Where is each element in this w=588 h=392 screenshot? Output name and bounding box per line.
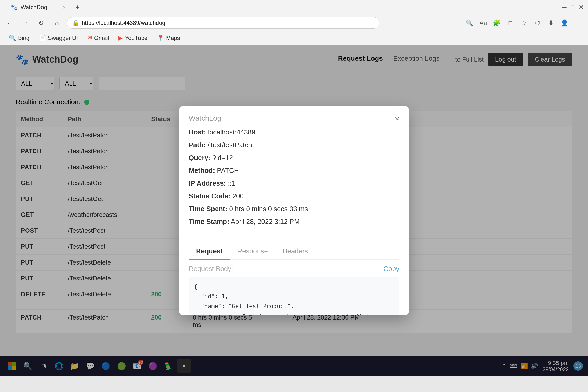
bookmark-maps[interactable]: 📍 Maps [153,33,184,43]
request-body-label: Request Body: [189,265,233,273]
bookmark-maps-label: Maps [166,35,180,41]
bookmark-gmail[interactable]: ✉ Gmail [84,33,113,43]
minimize-button[interactable]: ─ [562,4,566,11]
window-controls: ─ □ ✕ [562,4,584,11]
status-row: Status Code: 200 [189,192,399,200]
refresh-button[interactable]: ↻ [35,17,47,29]
ip-value: ::1 [228,179,235,187]
tab-headers[interactable]: Headers [275,243,315,260]
maximize-button[interactable]: □ [571,4,575,11]
address-bar[interactable]: 🔒 https://localhost:44389/watchdog [67,17,379,29]
modal-header: WatchLog × [179,106,409,128]
tab-request[interactable]: Request [189,243,230,260]
time-spent-label: Time Spent: [189,205,227,213]
bookmark-bing-label: Bing [18,35,29,41]
host-label: Host: [189,128,206,136]
modal-body: Host: localhost:44389 Path: /Test/testPa… [179,128,409,238]
watchlog-modal: WatchLog × Host: localhost:44389 Path: /… [179,106,409,315]
method-row: Method: PATCH [189,167,399,175]
bookmark-youtube-label: YouTube [125,35,147,41]
tab-favicon: 🐾 [10,4,17,11]
request-body-header: Request Body: Copy [189,265,399,273]
toolbar-icons: 🔍 Aa 🧩 □ ☆ ⏱ ⬇ 👤 ⋯ [464,17,584,29]
gmail-icon: ✉ [87,35,92,41]
home-button[interactable]: ⌂ [51,17,63,29]
host-row: Host: localhost:44389 [189,128,399,136]
status-label: Status Code: [189,192,230,200]
bookmark-swagger[interactable]: 📄 Swagger UI [35,33,82,43]
lock-icon: 🔒 [72,20,79,26]
history-icon[interactable]: ⏱ [532,17,543,29]
host-value: localhost:44389 [208,128,255,136]
collections-icon[interactable]: □ [505,17,516,29]
time-spent-value: 0 hrs 0 mins 0 secs 33 ms [229,205,308,213]
profile-icon[interactable]: 👤 [559,17,570,29]
tab-response[interactable]: Response [230,243,275,260]
path-row: Path: /Test/testPatch [189,141,399,149]
path-label: Path: [189,141,206,149]
bookmark-youtube[interactable]: ▶ YouTube [115,33,151,43]
modal-title: WatchLog [189,114,221,123]
bookmark-gmail-label: Gmail [94,35,109,41]
query-row: Query: ?id=12 [189,154,399,162]
favorites-icon[interactable]: ☆ [518,17,530,29]
bookmark-bing[interactable]: 🔍 Bing [5,33,33,43]
timestamp-value: April 28, 2022 3:12 PM [231,218,300,225]
time-spent-row: Time Spent: 0 hrs 0 mins 0 secs 33 ms [189,205,399,213]
search-icon[interactable]: 🔍 [464,17,475,29]
forward-button[interactable]: → [20,17,31,29]
bookmarks-bar: 🔍 Bing 📄 Swagger UI ✉ Gmail ▶ YouTube 📍 … [0,31,588,45]
title-bar: 🐾 WatchDog × + ─ □ ✕ [0,0,588,15]
close-window-button[interactable]: ✕ [579,4,584,11]
request-body-code: { "id": 1, "name": "Get Test Product", "… [189,277,399,315]
back-button[interactable]: ← [4,17,16,29]
method-label: Method: [189,167,215,174]
timestamp-label: Time Stamp: [189,218,229,225]
browser-chrome: 🐾 WatchDog × + ─ □ ✕ ← → ↻ ⌂ 🔒 https://l… [0,0,588,45]
modal-overlay[interactable]: WatchLog × Host: localhost:44389 Path: /… [0,45,588,376]
browser-tab[interactable]: 🐾 WatchDog × [4,1,72,14]
new-tab-button[interactable]: + [72,2,83,13]
page-content: 🐾 WatchDog Request Logs Exception Logs t… [0,45,588,376]
ip-row: IP Address: ::1 [189,179,399,187]
bookmark-swagger-label: Swagger UI [48,35,78,41]
ip-label: IP Address: [189,179,226,187]
reader-icon[interactable]: Aa [477,17,489,29]
extensions-icon[interactable]: 🧩 [491,17,503,29]
path-value: /Test/testPatch [207,141,252,149]
modal-close-button[interactable]: × [395,114,399,123]
query-label: Query: [189,154,211,162]
tab-content-request: Request Body: Copy { "id": 1, "name": "G… [179,260,409,315]
swagger-icon: 📄 [39,35,46,41]
url-text: https://localhost:44389/watchdog [82,20,165,26]
copy-button[interactable]: Copy [383,265,399,273]
address-bar-row: ← → ↻ ⌂ 🔒 https://localhost:44389/watchd… [0,15,588,31]
youtube-icon: ▶ [118,35,123,41]
more-icon[interactable]: ⋯ [572,17,584,29]
bing-icon: 🔍 [9,35,16,41]
downloads-icon[interactable]: ⬇ [545,17,557,29]
tab-title: WatchDog [21,4,47,11]
close-tab-button[interactable]: × [63,4,66,10]
method-value: PATCH [217,167,239,174]
timestamp-row: Time Stamp: April 28, 2022 3:12 PM [189,218,399,226]
modal-tabs: Request Response Headers [189,243,399,260]
query-value: ?id=12 [212,154,233,162]
maps-icon: 📍 [157,35,164,41]
status-value: 200 [232,192,244,200]
